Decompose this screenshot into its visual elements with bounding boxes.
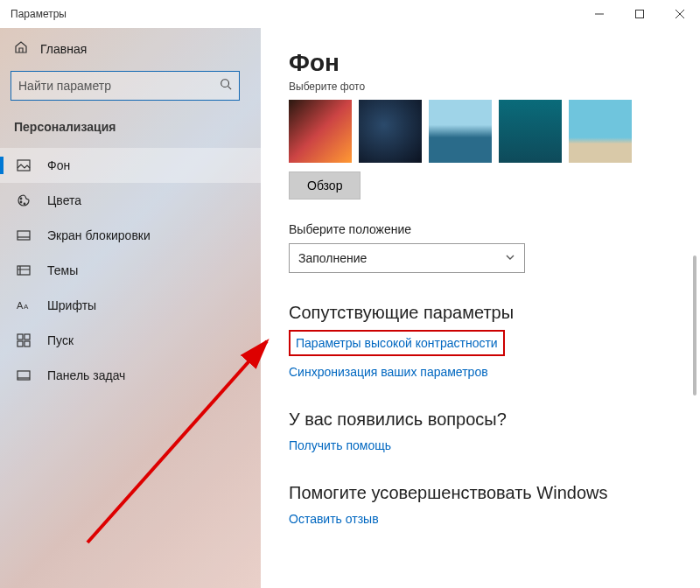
search-input[interactable] — [18, 79, 220, 93]
svg-rect-12 — [18, 266, 30, 275]
questions-heading: У вас появились вопросы? — [289, 410, 672, 430]
window-controls — [579, 0, 700, 28]
svg-point-4 — [221, 80, 229, 88]
choose-photo-label: Выберите фото — [289, 80, 672, 93]
sidebar-item-taskbar[interactable]: Панель задач — [0, 358, 261, 393]
picture-icon — [16, 158, 32, 172]
link-high-contrast[interactable]: Параметры высокой контрастности — [296, 336, 498, 350]
themes-icon — [16, 263, 32, 277]
nav: Фон Цвета Экран блокировки — [0, 148, 261, 393]
svg-point-9 — [24, 203, 25, 205]
svg-text:A: A — [17, 300, 24, 311]
fit-value: Заполнение — [298, 251, 367, 265]
lockscreen-icon — [16, 228, 32, 242]
nav-label: Панель задач — [47, 368, 125, 382]
improve-heading: Помогите усовершенствовать Windows — [289, 483, 672, 503]
sidebar-item-lockscreen[interactable]: Экран блокировки — [0, 218, 261, 253]
svg-rect-6 — [18, 160, 30, 171]
fonts-icon: AA — [16, 298, 32, 312]
sidebar-item-start[interactable]: Пуск — [0, 323, 261, 358]
page-title: Фон — [289, 49, 672, 77]
photo-thumbnails — [289, 100, 672, 163]
link-sync-settings[interactable]: Синхронизация ваших параметров — [289, 365, 488, 379]
palette-icon — [16, 193, 32, 207]
svg-rect-10 — [18, 231, 30, 240]
home-label: Главная — [40, 42, 87, 56]
sidebar-item-themes[interactable]: Темы — [0, 253, 261, 288]
svg-rect-1 — [636, 10, 644, 18]
taskbar-icon — [16, 368, 32, 382]
thumb-1[interactable] — [289, 100, 352, 163]
nav-label: Шрифты — [47, 298, 96, 312]
sidebar-home[interactable]: Главная — [0, 33, 261, 64]
svg-line-5 — [228, 87, 232, 90]
fit-select[interactable]: Заполнение — [289, 243, 525, 273]
svg-text:A: A — [24, 303, 29, 311]
category-header: Персонализация — [0, 109, 261, 141]
svg-rect-16 — [24, 334, 30, 340]
home-icon — [14, 40, 28, 57]
start-icon — [16, 333, 32, 347]
search-box[interactable] — [10, 71, 240, 101]
search-icon — [220, 78, 232, 94]
svg-point-7 — [20, 198, 22, 200]
sidebar: Главная Персонализация Фон — [0, 28, 261, 588]
thumb-4[interactable] — [499, 100, 562, 163]
nav-label: Фон — [47, 158, 70, 172]
close-button[interactable] — [660, 0, 700, 28]
svg-point-8 — [20, 201, 22, 203]
thumb-3[interactable] — [429, 100, 492, 163]
nav-label: Экран блокировки — [47, 228, 150, 242]
nav-label: Цвета — [47, 193, 81, 207]
sidebar-item-colors[interactable]: Цвета — [0, 183, 261, 218]
highlight-box: Параметры высокой контрастности — [289, 330, 505, 356]
thumb-2[interactable] — [359, 100, 422, 163]
svg-rect-18 — [24, 341, 30, 346]
chevron-down-icon — [505, 252, 515, 265]
related-heading: Сопутствующие параметры — [289, 303, 672, 323]
nav-label: Пуск — [47, 333, 74, 347]
titlebar: Параметры — [0, 0, 700, 28]
thumb-5[interactable] — [569, 100, 632, 163]
svg-rect-17 — [18, 341, 23, 346]
maximize-button[interactable] — [620, 0, 660, 28]
content: Фон Выберите фото Обзор Выберите положен… — [261, 28, 700, 588]
svg-rect-15 — [18, 334, 23, 340]
sidebar-item-fonts[interactable]: AA Шрифты — [0, 288, 261, 323]
choose-fit-label: Выберите положение — [289, 222, 672, 236]
sidebar-item-background[interactable]: Фон — [0, 148, 261, 183]
window-title: Параметры — [10, 8, 66, 20]
link-get-help[interactable]: Получить помощь — [289, 438, 391, 452]
scrollbar[interactable] — [693, 256, 696, 396]
browse-button[interactable]: Обзор — [289, 172, 360, 200]
nav-label: Темы — [47, 263, 78, 277]
link-feedback[interactable]: Оставить отзыв — [289, 512, 379, 526]
minimize-button[interactable] — [579, 0, 620, 28]
